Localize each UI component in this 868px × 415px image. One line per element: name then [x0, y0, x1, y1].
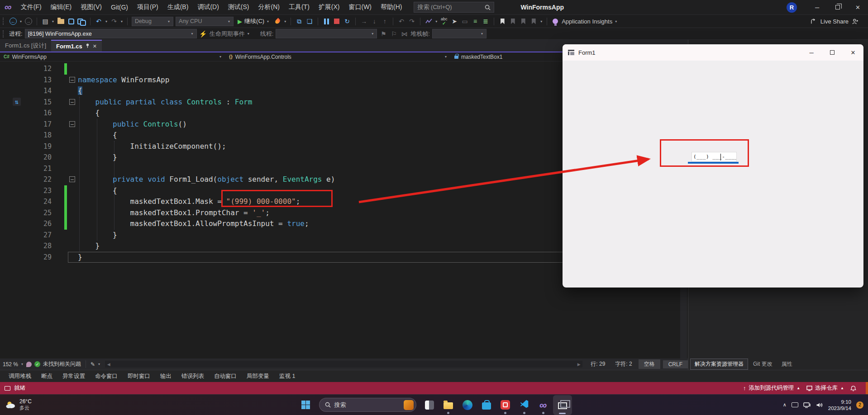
new-project-icon[interactable]: ▤	[41, 16, 49, 26]
bottom-tab-exception-settings[interactable]: 异常设置	[57, 373, 90, 380]
save-all-icon[interactable]	[77, 16, 86, 26]
panel-tab-solution-explorer[interactable]: 解决方案资源管理器	[690, 358, 748, 370]
zoom-dropdown-icon[interactable]: ▾	[21, 362, 23, 366]
step-into-icon[interactable]: ↓	[370, 16, 378, 26]
menu-build[interactable]: 生成(B)	[163, 0, 193, 14]
stack-frame-dropdown[interactable]: ▾	[432, 29, 486, 38]
navigate-forward-icon[interactable]: →	[24, 16, 33, 26]
document-tab-0[interactable]: Form1.cs [设计]	[0, 40, 51, 52]
taskbar-app-visual-studio[interactable]: ∞	[534, 395, 553, 415]
feedback-person-icon[interactable]	[852, 19, 859, 24]
margin-glyph-icon[interactable]: ⇅	[13, 98, 21, 106]
continue-button[interactable]: ▶ 继续(C) ▾	[236, 17, 271, 25]
restore-button[interactable]	[827, 0, 848, 14]
lifecycle-dropdown-icon[interactable]: ▾	[248, 32, 249, 36]
hot-reload-icon[interactable]	[273, 16, 281, 26]
open-file-icon[interactable]	[57, 16, 65, 26]
indent-decrease-icon[interactable]: ≡	[471, 16, 479, 26]
break-all-icon[interactable]	[322, 16, 330, 26]
bottom-tab-watch-1[interactable]: 监视 1	[274, 373, 300, 380]
flag-icon[interactable]: ⚑	[379, 29, 387, 39]
weather-widget[interactable]: 26°C多云	[5, 398, 32, 411]
menu-test[interactable]: 测试(S)	[224, 0, 254, 14]
taskbar-app-vs-code[interactable]	[515, 395, 534, 415]
ime-icon[interactable]	[792, 402, 798, 407]
spell-check-icon[interactable]: abc✓	[440, 16, 448, 26]
code-pen-icon[interactable]: ✎	[91, 361, 95, 368]
clock[interactable]: 9:10 2023/9/14	[828, 399, 851, 411]
close-tab-icon[interactable]: ✕	[93, 43, 97, 49]
notifications-bell-icon[interactable]	[850, 385, 856, 391]
undo-secondary-icon[interactable]: ↶	[397, 16, 405, 26]
lifecycle-label[interactable]: 生命周期事件	[210, 30, 245, 38]
bottom-tab-breakpoints[interactable]: 断点	[36, 373, 57, 380]
quick-search-box[interactable]: 搜索 (Ctrl+Q)	[414, 2, 494, 13]
eol-indicator[interactable]: CRLF	[663, 360, 688, 368]
menu-analyze[interactable]: 分析(N)	[253, 0, 284, 14]
indent-increase-icon[interactable]: ≣	[482, 16, 490, 26]
document-tab-1[interactable]: Form1.cs✕	[51, 40, 102, 52]
taskbar-start-button[interactable]	[296, 395, 315, 415]
menu-file[interactable]: 文件(F)	[16, 0, 46, 14]
bottom-tab-locals[interactable]: 局部变量	[242, 373, 274, 380]
bookmark-clear-icon[interactable]	[529, 16, 538, 26]
form-close-button[interactable]: ✕	[843, 44, 863, 61]
form1-titlebar[interactable]: Form1 ─ ✕	[563, 44, 863, 61]
bookmark-next-icon[interactable]	[519, 16, 527, 26]
close-button[interactable]: ✕	[848, 0, 868, 14]
taskbar-app-edge[interactable]	[458, 395, 477, 415]
save-icon[interactable]	[67, 16, 75, 26]
menu-project[interactable]: 项目(P)	[133, 0, 163, 14]
menu-window[interactable]: 窗口(W)	[344, 0, 376, 14]
redo-icon[interactable]: ↷	[110, 16, 118, 26]
menu-edit[interactable]: 编辑(E)	[46, 0, 76, 14]
new-project-dropdown-icon[interactable]: ▾	[52, 19, 54, 24]
tray-chevron-icon[interactable]: ∧	[783, 402, 787, 408]
bottom-tab-autos[interactable]: 自动窗口	[209, 373, 242, 380]
bottom-tab-immediate-window[interactable]: 即时窗口	[123, 373, 155, 380]
undo-dropdown-icon[interactable]: ▾	[105, 19, 107, 24]
taskbar-app-file-explorer[interactable]	[439, 395, 458, 415]
pin-tab-icon[interactable]	[86, 43, 90, 49]
select-repository-button[interactable]: 选择仓库	[815, 384, 838, 392]
navigate-back-dropdown-icon[interactable]: ▾	[20, 19, 22, 24]
process-dropdown[interactable]: [8196] WinFormsApp.exe▾	[25, 29, 197, 38]
add-to-source-control-button[interactable]: 添加到源代码管理	[749, 384, 794, 392]
menu-debug[interactable]: 调试(D)	[193, 0, 223, 14]
bottom-tab-command-window[interactable]: 命令窗口	[90, 373, 123, 380]
bookmark-toggle-icon[interactable]	[498, 16, 506, 26]
scroll-right-icon[interactable]: ▶	[575, 362, 582, 367]
taskbar-app-red-media-app[interactable]	[496, 395, 515, 415]
fold-collapse-icon[interactable]: –	[69, 121, 75, 127]
network-icon[interactable]	[803, 402, 811, 408]
bottom-tab-call-stack[interactable]: 调用堆栈	[4, 373, 36, 380]
bookmark-dropdown-icon[interactable]: ▾	[540, 19, 542, 24]
diagnostics-icon[interactable]	[424, 16, 433, 26]
debug-toolbar-grip[interactable]	[3, 30, 5, 38]
minimize-button[interactable]: ─	[807, 0, 827, 14]
speaker-icon[interactable]	[816, 402, 823, 408]
step-out-icon[interactable]: ↑	[381, 16, 389, 26]
live-share-label[interactable]: Live Share	[820, 18, 849, 25]
feedback-icon[interactable]	[26, 362, 32, 367]
restart-icon[interactable]: ↻	[343, 16, 351, 26]
fold-collapse-icon[interactable]: –	[69, 77, 75, 83]
application-insights-label[interactable]: Application Insights	[562, 18, 612, 25]
bookmark-prev-icon[interactable]	[509, 16, 517, 26]
type-dropdown[interactable]: {} WinFormsApp.Controls ▾	[225, 54, 451, 60]
cursor-select-icon[interactable]: ➤	[450, 16, 458, 26]
menu-git[interactable]: Git(G)	[106, 0, 133, 14]
taskbar-app-microsoft-store[interactable]	[477, 395, 496, 415]
hot-reload-dropdown-icon[interactable]: ▾	[284, 19, 286, 24]
menu-extensions[interactable]: 扩展(X)	[314, 0, 344, 14]
menu-tools[interactable]: 工具(T)	[284, 0, 314, 14]
solution-configuration-dropdown[interactable]: Debug▾	[132, 17, 173, 26]
fold-collapse-icon[interactable]: –	[69, 99, 75, 105]
editor-horizontal-scrollbar[interactable]: ◀▶	[105, 361, 582, 368]
live-visual-tree-icon[interactable]: ⧉	[295, 16, 303, 26]
application-insights-dropdown-icon[interactable]: ▾	[615, 19, 617, 24]
show-all-windows-icon[interactable]: ❏	[305, 16, 314, 26]
thread-dropdown[interactable]: ▾	[276, 29, 377, 38]
menu-view[interactable]: 视图(V)	[76, 0, 106, 14]
spaces-indicator[interactable]: 空格	[639, 359, 660, 369]
